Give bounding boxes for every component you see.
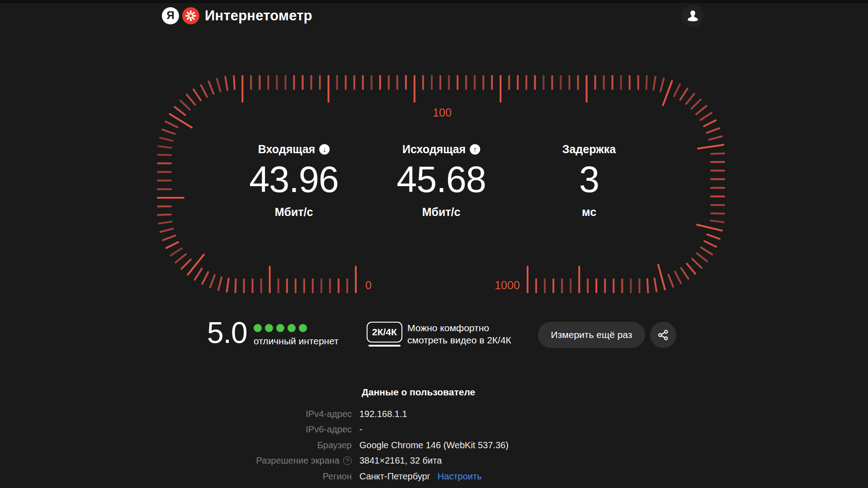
latency-metric: Задержка 3 мс [562, 143, 616, 219]
user-data-table: IPv4-адрес 192.168.1.1 IPv6-адрес - Брау… [136, 406, 509, 484]
rating-dot [276, 324, 284, 332]
table-row: IPv4-адрес 192.168.1.1 [136, 406, 509, 422]
table-row: Браузер Google Chrome 146 (WebKit 537.36… [136, 437, 509, 453]
table-row: Регион Санкт-Петербург Настроить [136, 469, 509, 484]
latency-value: 3 [562, 161, 616, 198]
region-value: Санкт-Петербург [359, 471, 430, 482]
tv-screen-icon: 2К/4К [367, 322, 402, 343]
configure-region-link[interactable]: Настроить [438, 471, 482, 482]
person-icon [686, 9, 700, 23]
gauge-label-100: 100 [433, 106, 452, 119]
internetometer-burst-icon [182, 7, 199, 24]
gauge-label-0: 0 [365, 279, 372, 292]
rating-info: отличный интернет [254, 324, 339, 347]
rating-dot [265, 324, 273, 332]
top-edge [0, 0, 868, 3]
rating-dots [254, 324, 339, 332]
user-account-button[interactable] [682, 5, 703, 27]
table-row: IPv6-адрес - [136, 422, 509, 438]
gauge-label-1000: 1000 [495, 279, 520, 292]
download-unit: Мбит/с [249, 206, 339, 219]
quality-badge: 2К/4К [367, 322, 402, 347]
table-row: Разрешение экрана ? 3841×2161, 32 бита [136, 453, 509, 469]
app-title: Интернетометр [205, 8, 312, 24]
download-arrow-icon: ↓ [319, 144, 330, 155]
download-speed-value: 43.96 [249, 161, 339, 198]
upload-label: Исходящая ↑ [396, 143, 486, 156]
download-metric: Входящая ↓ 43.96 Мбит/с [249, 143, 339, 219]
latency-label: Задержка [562, 143, 616, 156]
latency-unit: мс [562, 206, 616, 219]
rating-caption: отличный интернет [254, 336, 339, 347]
share-icon [657, 329, 670, 341]
yandex-logo[interactable]: Я Интернетометр [162, 7, 312, 24]
help-icon[interactable]: ? [343, 456, 352, 465]
browser-value: Google Chrome 146 (WebKit 537.36) [359, 440, 509, 450]
quality-caption: Можно комфортно смотреть видео в 2К/4К [407, 322, 511, 346]
resolution-value: 3841×2161, 32 бита [359, 455, 442, 466]
rating-dot [299, 324, 307, 332]
upload-unit: Мбит/с [396, 206, 486, 219]
upload-speed-value: 45.68 [396, 161, 486, 198]
rating-dot [288, 324, 296, 332]
share-button[interactable] [650, 322, 676, 348]
measure-again-button[interactable]: Измерить ещё раз [538, 322, 645, 348]
download-label: Входящая ↓ [249, 143, 339, 156]
yandex-ya-icon: Я [162, 7, 179, 24]
rating-dot [254, 324, 262, 332]
rating-score: 5.0 [207, 318, 247, 347]
upload-metric: Исходящая ↑ 45.68 Мбит/с [396, 143, 486, 219]
ipv4-value: 192.168.1.1 [359, 409, 407, 419]
upload-arrow-icon: ↑ [470, 144, 480, 155]
tv-stand-line [368, 345, 401, 347]
ipv6-value: - [359, 424, 363, 435]
user-data-title: Данные о пользователе [362, 387, 475, 398]
